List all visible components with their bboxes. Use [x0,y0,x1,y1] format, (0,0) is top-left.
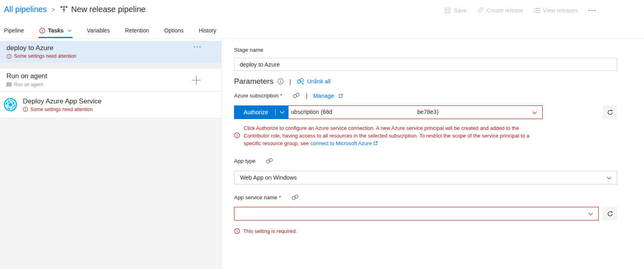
chevron-down-icon [532,111,537,114]
external-link-icon [373,141,378,146]
separator-pipe: | [306,92,307,99]
chevron-down-icon [67,29,72,32]
tab-bar: Pipeline Tasks Variables Retention Optio… [0,22,644,39]
save-icon [444,7,451,14]
refresh-button[interactable] [603,207,617,220]
authorize-warning-line: specific resource group, see connect to … [244,140,529,147]
stage-warning: Some settings need attention [6,53,215,59]
view-releases-button[interactable]: View releases [534,7,578,14]
parameters-header: Parameters | Unlink all [234,77,331,86]
agent-phase-subtitle-text: Run on agent [14,82,43,87]
task-warning: Some settings need attention [23,107,102,112]
tab-variables[interactable]: Variables [87,22,110,38]
stage-warning-text: Some settings need attention [14,53,76,59]
view-releases-label: View releases [543,7,578,14]
list-icon [534,8,540,13]
stage-name-input[interactable] [234,58,617,71]
link-icon[interactable] [293,93,300,99]
warning-icon [234,124,240,147]
authorize-warning-line: Contributor role, having access to all r… [244,132,529,140]
app-type-dropdown[interactable]: Web App on Windows [234,171,617,184]
chevron-down-icon [588,212,593,216]
unlink-icon [297,78,305,85]
task-title: Deploy Azure App Service [23,97,102,105]
info-icon[interactable] [277,78,284,85]
breadcrumb-separator: > [52,6,55,13]
stage-card[interactable]: deploy to Azure Some settings need atten… [0,41,221,63]
refresh-button[interactable] [603,105,617,119]
top-header: All pipelines > New release pipeline Sav… [0,0,644,22]
page-title: New release pipeline [71,5,146,14]
tab-tasks[interactable]: Tasks [39,22,72,38]
stage-more-button[interactable]: ··· [194,43,202,50]
required-warning-text: This setting is required. [243,228,297,234]
subscription-value-fragment: ubscription (68d [291,106,332,118]
app-service-name-dropdown[interactable] [234,207,599,220]
authorize-warning: Click Authorize to configure an Azure se… [234,124,529,147]
required-asterisk: * [280,93,282,99]
task-details-panel: Stage name Parameters | Unlink all Azure… [222,39,644,269]
unlink-all-label: Unlink all [307,78,331,85]
stage-name: deploy to Azure [6,44,215,52]
app-type-label: App type [234,158,255,164]
panel-divider-strip [0,63,221,69]
create-release-button[interactable]: Create release [477,7,523,14]
connect-to-azure-link[interactable]: connect to Microsoft Azure [310,140,371,146]
stage-name-label: Stage name [234,47,263,53]
command-bar: Save Create release View re [444,7,597,14]
save-label: Save [454,7,466,14]
task-warning-text: Some settings need attention [30,107,93,112]
subscription-value-fragment: be78e3) [417,106,438,118]
agent-phase-header[interactable]: Run on agent Run on agent [0,69,221,91]
unlink-all-link[interactable]: Unlink all [297,78,331,85]
warning-icon [39,28,45,34]
release-pipeline-icon [60,6,68,13]
chevron-down-icon[interactable] [276,111,289,114]
app-type-label-row: App type [234,158,273,164]
chevron-down-icon [607,176,612,180]
plus-icon [191,75,203,86]
breadcrumb-all-pipelines[interactable]: All pipelines [4,5,47,14]
azure-subscription-label: Azure subscription * [234,93,282,99]
create-release-label: Create release [487,7,523,14]
rocket-icon [477,7,484,14]
refresh-icon [607,109,614,116]
required-warning: This setting is required. [234,228,297,234]
tab-tasks-label: Tasks [48,27,64,34]
azure-subscription-label-row: Azure subscription * | Manage [234,92,343,99]
agent-phase-subtitle: Run on agent [6,82,215,87]
tab-options[interactable]: Options [164,22,184,38]
agent-phase-title: Run on agent [6,72,215,80]
save-button[interactable]: Save [444,7,466,14]
authorize-warning-line: Click Authorize to configure an Azure se… [244,124,529,132]
app-service-name-label: App service name [234,194,277,200]
parameters-title: Parameters [234,77,273,86]
tab-retention[interactable]: Retention [125,22,149,38]
app-service-name-label-row: App service name * [234,194,299,200]
refresh-icon [607,210,614,217]
tab-history[interactable]: History [199,22,216,38]
app-type-value: Web App on Windows [240,174,297,181]
external-link-icon [338,93,343,98]
separator-pipe: | [289,78,291,85]
azure-app-service-icon [3,97,18,112]
add-task-button[interactable] [191,74,203,86]
authorize-button[interactable]: Authorize [234,105,289,119]
task-item[interactable]: Deploy Azure App Service Some settings n… [0,91,221,118]
agent-icon [6,83,12,87]
link-icon[interactable] [291,194,299,200]
manage-label: Manage [313,93,334,99]
breadcrumb: All pipelines > New release pipeline [4,5,145,14]
authorize-label: Authorize [234,109,275,115]
link-icon[interactable] [266,158,273,164]
manage-link[interactable]: Manage [313,93,343,99]
stage-task-panel: deploy to Azure Some settings need atten… [0,39,222,269]
tab-pipeline[interactable]: Pipeline [4,22,24,38]
more-actions-button[interactable]: ··· [588,7,597,14]
required-asterisk: * [279,194,281,200]
